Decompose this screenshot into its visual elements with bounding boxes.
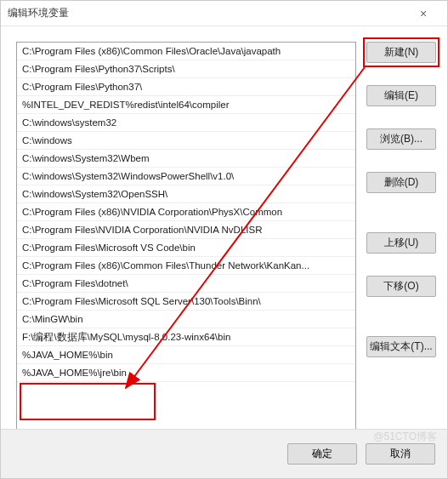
path-item[interactable]: %JAVA_HOME%\bin	[17, 346, 355, 364]
cancel-button[interactable]: 取消	[366, 443, 435, 465]
moveup-button[interactable]: 上移(U)	[366, 232, 436, 254]
ok-button[interactable]: 确定	[287, 443, 357, 465]
close-icon[interactable]: ×	[406, 7, 440, 20]
path-item[interactable]: C:\Program Files\Microsoft SQL Server\13…	[17, 293, 355, 311]
path-item[interactable]: C:\windows\System32\OpenSSH\	[17, 185, 355, 203]
path-item[interactable]: C:\Program Files\dotnet\	[17, 275, 355, 293]
path-item[interactable]: C:\Program Files (x86)\Common Files\Orac…	[17, 43, 355, 60]
path-item[interactable]: C:\Program Files\Python37\Scripts\	[17, 60, 355, 78]
titlebar: 编辑环境变量 ×	[1, 1, 447, 26]
delete-button[interactable]: 删除(D)	[366, 172, 436, 193]
side-buttons: 新建(N) 编辑(E) 浏览(B)... 删除(D) 上移(U) 下移(O) 编…	[366, 42, 436, 362]
bottom-bar: 确定 取消	[1, 429, 447, 478]
path-item[interactable]: %INTEL_DEV_REDIST%redist\intel64\compile…	[17, 96, 355, 114]
path-item[interactable]: C:\MinGW\bin	[17, 311, 355, 328]
path-item[interactable]: F:\编程\数据库\MySQL\mysql-8.0.23-winx64\bin	[17, 328, 355, 346]
path-item[interactable]: C:\windows\system32	[17, 114, 355, 132]
path-item[interactable]: %JAVA_HOME%\jre\bin	[17, 364, 355, 382]
path-item[interactable]: C:\Program Files\Microsoft VS Code\bin	[17, 239, 355, 257]
window-title: 编辑环境变量	[8, 6, 406, 20]
movedown-button[interactable]: 下移(O)	[366, 276, 436, 297]
browse-button[interactable]: 浏览(B)...	[366, 128, 436, 150]
dialog-window: 编辑环境变量 × C:\Program Files (x86)\Common F…	[0, 0, 448, 479]
path-item[interactable]: C:\Program Files\NVIDIA Corporation\NVID…	[17, 221, 355, 239]
path-item[interactable]: C:\Program Files (x86)\Common Files\Thun…	[17, 257, 355, 275]
path-item[interactable]: C:\windows\System32\WindowsPowerShell\v1…	[17, 168, 355, 185]
edit-button[interactable]: 编辑(E)	[366, 85, 436, 106]
new-button[interactable]: 新建(N)	[366, 42, 436, 63]
path-item[interactable]: C:\windows\System32\Wbem	[17, 150, 355, 168]
path-item[interactable]: C:\Program Files\Python37\	[17, 78, 355, 96]
path-listbox[interactable]: C:\Program Files (x86)\Common Files\Orac…	[16, 42, 356, 436]
edittext-button[interactable]: 编辑文本(T)...	[366, 336, 436, 357]
client-area: C:\Program Files (x86)\Common Files\Orac…	[1, 26, 447, 429]
path-item[interactable]: C:\Program Files (x86)\NVIDIA Corporatio…	[17, 203, 355, 221]
path-item[interactable]: C:\windows	[17, 132, 355, 150]
